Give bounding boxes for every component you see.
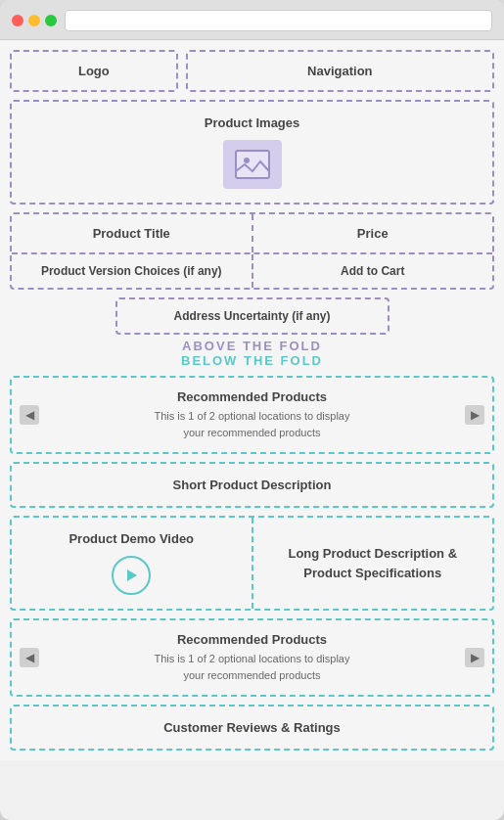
recommended-bottom-label: Recommended Products bbox=[41, 632, 463, 647]
recommended-top-desc: This is 1 of 2 optional locations to dis… bbox=[41, 408, 463, 440]
svg-point-1 bbox=[244, 158, 250, 163]
browser-dots bbox=[12, 15, 57, 26]
address-uncertainty-label: Address Uncertainty (if any) bbox=[173, 309, 330, 323]
page-content: Logo Navigation Product Images Product T… bbox=[0, 40, 504, 760]
below-fold-label: BELOW THE FOLD bbox=[10, 353, 494, 368]
logo-label: Logo bbox=[78, 64, 110, 78]
video-longdesc-row: Product Demo Video Long Product Descript… bbox=[10, 516, 494, 611]
fold-labels: ABOVE THE FOLD BELOW THE FOLD bbox=[10, 339, 494, 368]
recommended-bottom-arrow-right[interactable]: ▶ bbox=[465, 648, 484, 667]
product-title-label: Product Title bbox=[93, 226, 170, 241]
address-bar[interactable] bbox=[65, 10, 492, 31]
above-fold-label: ABOVE THE FOLD bbox=[10, 339, 494, 353]
version-block: Product Version Choices (if any) bbox=[12, 254, 253, 288]
version-label: Product Version Choices (if any) bbox=[41, 264, 222, 278]
nav-label: Navigation bbox=[307, 64, 372, 78]
recommended-top-block: ◀ Recommended Products This is 1 of 2 op… bbox=[10, 376, 494, 454]
header-nav: Navigation bbox=[186, 50, 494, 92]
recommended-top-label: Recommended Products bbox=[41, 389, 463, 404]
play-button[interactable] bbox=[112, 556, 151, 595]
product-meta-wrapper: Product Title Price Product Version Choi… bbox=[10, 212, 494, 290]
cart-label: Add to Cart bbox=[341, 264, 404, 278]
version-cart-row: Product Version Choices (if any) Add to … bbox=[12, 252, 492, 288]
dot-green[interactable] bbox=[45, 15, 57, 26]
browser-chrome bbox=[0, 0, 504, 40]
reviews-block: Customer Reviews & Ratings bbox=[10, 705, 494, 751]
recommended-bottom-arrow-left[interactable]: ◀ bbox=[20, 648, 39, 667]
recommended-top-arrow-left[interactable]: ◀ bbox=[20, 405, 39, 425]
longdesc-label: Long Product Description &Product Specif… bbox=[288, 544, 457, 582]
product-title-block: Product Title bbox=[12, 214, 253, 252]
image-placeholder bbox=[223, 140, 282, 189]
browser-window: Logo Navigation Product Images Product T… bbox=[0, 0, 504, 820]
address-uncertainty-block: Address Uncertainty (if any) bbox=[115, 297, 389, 335]
svg-marker-2 bbox=[127, 569, 137, 581]
video-block: Product Demo Video bbox=[12, 518, 252, 609]
header-row: Logo Navigation bbox=[10, 50, 494, 92]
recommended-bottom-desc: This is 1 of 2 optional locations to dis… bbox=[41, 651, 463, 683]
dot-yellow[interactable] bbox=[28, 15, 40, 26]
price-block: Price bbox=[253, 214, 493, 252]
short-desc-block: Short Product Description bbox=[10, 462, 494, 508]
dot-red[interactable] bbox=[12, 15, 23, 26]
video-label: Product Demo Video bbox=[25, 531, 238, 546]
recommended-bottom-block: ◀ Recommended Products This is 1 of 2 op… bbox=[10, 618, 494, 697]
product-images-block: Product Images bbox=[10, 100, 494, 205]
longdesc-block: Long Product Description &Product Specif… bbox=[252, 518, 493, 609]
header-logo: Logo bbox=[10, 50, 178, 92]
cart-block: Add to Cart bbox=[253, 254, 493, 288]
title-price-row: Product Title Price bbox=[12, 214, 492, 252]
product-images-label: Product Images bbox=[25, 115, 479, 130]
short-desc-label: Short Product Description bbox=[173, 478, 332, 492]
recommended-top-arrow-right[interactable]: ▶ bbox=[465, 405, 484, 425]
reviews-label: Customer Reviews & Ratings bbox=[163, 720, 341, 735]
price-label: Price bbox=[357, 226, 389, 241]
